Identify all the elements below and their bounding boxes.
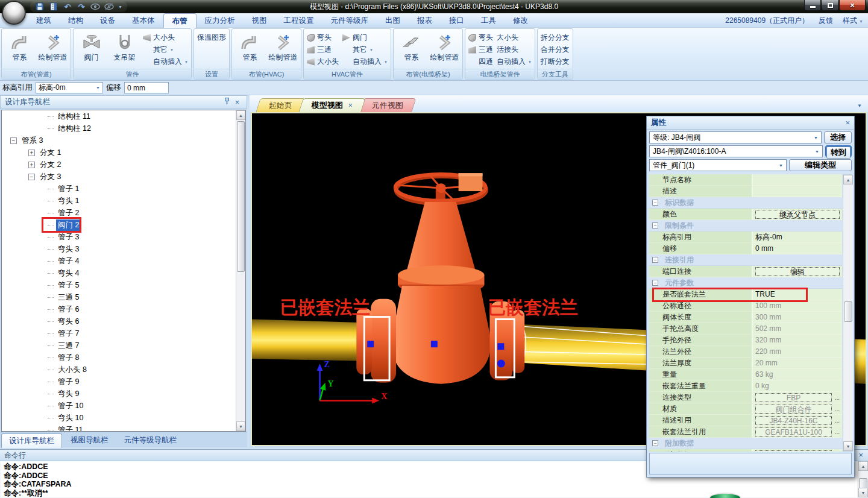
hide-icon[interactable] [104, 2, 114, 11]
tree-item[interactable]: 管子 11 [2, 424, 245, 432]
ribbon-tab-6[interactable]: 应力分析 [197, 13, 244, 28]
tree-item[interactable]: 管子 1 [2, 183, 245, 195]
tee-button[interactable]: 三通 [468, 44, 493, 55]
tree-item[interactable]: 管子 6 [2, 303, 245, 315]
collapse-icon[interactable]: − [652, 200, 658, 206]
property-value[interactable]: 320 mm [753, 335, 842, 346]
ribbon-tab-8[interactable]: 工程设置 [275, 13, 322, 28]
collapse-icon[interactable]: − [652, 440, 658, 446]
ribbon-tab-9[interactable]: 元件等级库 [322, 13, 377, 28]
ribbon-tab-1[interactable]: 建筑 [28, 13, 60, 28]
properties-scrollbar[interactable]: ▲ ▼ [843, 174, 852, 452]
property-button[interactable] [755, 450, 832, 452]
property-value[interactable]: 0 mm [753, 243, 842, 254]
elevation-ref-combo[interactable]: 标高-0m ▼ [36, 82, 103, 93]
minus-icon[interactable]: − [10, 137, 17, 144]
plus-icon[interactable]: + [28, 150, 35, 156]
reducer-button[interactable]: 大小头 [497, 32, 532, 43]
maximize-button[interactable] [822, 0, 838, 11]
plus-icon[interactable]: + [28, 162, 35, 168]
tree-item[interactable]: 阀门 2 [2, 219, 245, 231]
tree-item[interactable]: 管子 5 [2, 279, 245, 291]
reducer-button[interactable]: 大小头 [307, 56, 339, 68]
close-panel-icon[interactable]: × [858, 450, 863, 459]
tree-item[interactable]: 弯头 1 [2, 195, 245, 207]
ribbon-tab-13[interactable]: 工具 [473, 13, 505, 28]
ellipsis-button[interactable]: ... [832, 452, 840, 452]
tree-item[interactable]: +分支 2 [2, 159, 245, 171]
property-value[interactable]: FBP... [753, 392, 842, 403]
class-combo[interactable]: 等级: JB4-闸阀▼ [649, 131, 822, 143]
property-value[interactable] [753, 174, 842, 186]
break-branch-button[interactable]: 打断分支 [541, 56, 570, 68]
scroll-up-icon[interactable]: ▲ [858, 461, 868, 471]
property-value[interactable]: 0 kg [753, 380, 842, 392]
ribbon-tab-5[interactable]: 布管 [163, 13, 197, 28]
tree-item[interactable]: 结构柱 12 [2, 122, 245, 134]
tray-draw-pipe-button[interactable]: 绘制管道 [430, 31, 459, 63]
tree-item[interactable]: 管子 9 [2, 376, 245, 388]
tree-item[interactable]: 大小头 8 [2, 364, 245, 376]
cross-button[interactable]: 四通 [468, 56, 493, 68]
property-button[interactable]: JB4-Z40H-16C [755, 416, 832, 425]
property-value[interactable]: 20 mm [753, 358, 842, 369]
show-icon[interactable] [90, 2, 100, 11]
tree-item[interactable]: 管子 7 [2, 327, 245, 339]
property-value[interactable]: TRUE [753, 289, 842, 300]
property-value[interactable]: GEAFB1A1U-100... [753, 426, 842, 438]
property-value[interactable]: 标高-0m [753, 232, 842, 243]
app-menu-orb[interactable] [2, 1, 26, 25]
offset-input[interactable]: 0 mm [124, 82, 169, 93]
redo-icon[interactable]: ↷ [77, 2, 86, 11]
property-value[interactable]: JB4-Z40H-16C... [753, 415, 842, 426]
ribbon-tab-10[interactable]: 出图 [377, 13, 409, 28]
hvac-pipe-system-button[interactable]: 管系 [235, 31, 265, 63]
ribbon-tab-4[interactable]: 基本体 [124, 13, 163, 28]
tree-scrollbar[interactable]: ▲ ▼ [236, 110, 245, 431]
reducer-button[interactable]: 大小头 [143, 32, 188, 43]
command-scrollbar[interactable]: ▲ ▼ [858, 461, 867, 497]
property-value[interactable]: 阀门组合件... [753, 403, 842, 415]
ribbon-tab-2[interactable]: 结构 [60, 13, 92, 28]
dropdown-icon[interactable]: ▼ [815, 150, 822, 154]
pin-icon[interactable] [222, 98, 232, 107]
valve-button[interactable]: 阀门 [342, 32, 388, 43]
split-branch-button[interactable]: 拆分分支 [541, 32, 570, 43]
tee-button[interactable]: 三通 [307, 44, 339, 55]
merge-branch-button[interactable]: 合并分支 [541, 44, 570, 55]
hvac-draw-pipe-button[interactable]: 绘制管道 [268, 31, 298, 63]
tree-item[interactable]: 弯头 6 [2, 315, 245, 327]
other-button[interactable]: 其它▼ [342, 44, 388, 55]
auto-insert-button[interactable]: 自动插入▼ [497, 56, 532, 68]
property-value[interactable]: 63 kg [753, 369, 842, 380]
ellipsis-button[interactable]: ... [832, 406, 840, 412]
scroll-up-icon[interactable]: ▲ [843, 175, 853, 184]
type-combo[interactable]: 管件_阀门(1)▼ [649, 159, 787, 171]
property-button[interactable]: GEAFB1A1U-100 [755, 427, 832, 437]
tree-item[interactable]: 三通 7 [2, 339, 245, 351]
document-tab[interactable]: 元件视图 [359, 98, 416, 112]
collapse-icon[interactable]: − [652, 280, 658, 286]
ellipsis-button[interactable]: ... [832, 429, 840, 435]
scrollbar-thumb[interactable] [844, 301, 852, 322]
tree-item[interactable]: 结构柱 11 [2, 110, 245, 122]
select-button[interactable]: 选择 [824, 131, 852, 143]
qat-dropdown-icon[interactable]: ▼ [118, 5, 122, 9]
style-menu[interactable]: 样式▼ [843, 16, 863, 26]
ribbon-tab-12[interactable]: 接口 [441, 13, 473, 28]
close-panel-icon[interactable]: × [845, 118, 850, 127]
ellipsis-button[interactable]: ... [832, 417, 840, 424]
tree-item[interactable]: −分支 3 [2, 171, 245, 183]
property-value[interactable]: 编辑 [753, 266, 842, 277]
property-button[interactable]: 继承父节点 [755, 210, 840, 219]
tree-item[interactable]: 管子 10 [2, 400, 245, 412]
scroll-down-icon[interactable]: ▼ [843, 441, 853, 451]
property-value[interactable]: ... [753, 449, 842, 452]
property-button[interactable]: 阀门组合件 [755, 405, 832, 414]
scrollbar-thumb[interactable] [237, 121, 245, 272]
property-value[interactable]: 502 mm [753, 323, 842, 335]
tray-pipe-system-button[interactable]: 管系 [397, 31, 426, 63]
navigator-tab[interactable]: 设计库导航栏 [1, 433, 62, 448]
tree-item[interactable]: 弯头 9 [2, 388, 245, 400]
undo-icon[interactable]: ↶ [63, 2, 72, 11]
